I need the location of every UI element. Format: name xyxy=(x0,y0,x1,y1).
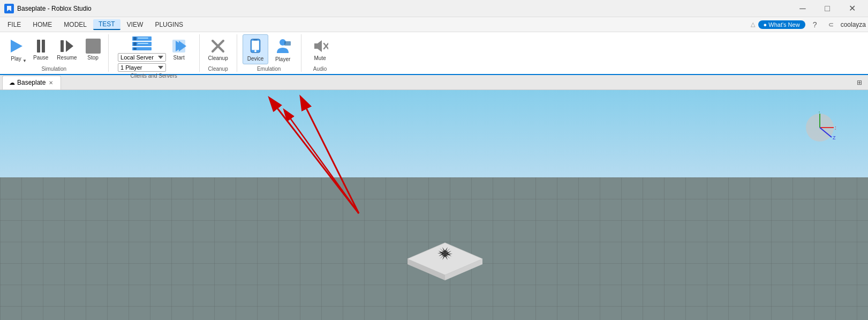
player-count-dropdown[interactable]: 1 Player 2 Players 3 Players 4 Players xyxy=(118,63,166,72)
stop-label: Stop xyxy=(87,55,99,61)
svg-point-20 xyxy=(254,50,256,52)
ribbon-section-cleanup: Cleanup Cleanup xyxy=(200,34,237,72)
bell-icon[interactable]: △ xyxy=(751,21,755,28)
player-icon xyxy=(274,37,292,55)
svg-text:Z: Z xyxy=(833,135,836,140)
player-label: Player xyxy=(275,56,290,62)
player-button[interactable]: Player xyxy=(270,34,295,64)
svg-rect-19 xyxy=(252,41,259,50)
menu-view[interactable]: VIEW xyxy=(122,20,149,29)
mute-icon xyxy=(312,38,328,54)
mute-button[interactable]: Mute xyxy=(309,34,331,64)
play-button[interactable]: Play ▼ xyxy=(4,34,28,64)
pause-icon xyxy=(33,39,48,54)
svg-marker-27 xyxy=(407,243,482,275)
menu-file[interactable]: FILE xyxy=(2,20,26,29)
maximize-button[interactable]: □ xyxy=(816,0,839,17)
title-bar: Baseplate - Roblox Studio ─ □ ✕ xyxy=(0,0,868,17)
baseplate-tab[interactable]: ☁ Baseplate ✕ xyxy=(2,76,61,90)
svg-marker-4 xyxy=(66,40,73,52)
svg-marker-2 xyxy=(11,40,22,53)
svg-rect-7 xyxy=(138,38,148,39)
share-button[interactable]: ⊂ xyxy=(825,18,837,31)
svg-rect-6 xyxy=(133,37,137,40)
axis-indicator: X Y Z xyxy=(804,111,836,144)
axis-svg: X Y Z xyxy=(804,111,836,144)
emulation-tools: Device Player xyxy=(243,34,295,65)
tab-cloud-icon: ☁ xyxy=(9,79,15,86)
tab-right-area: ⊞ xyxy=(853,76,866,89)
baseplate-object xyxy=(391,227,477,270)
svg-text:Y: Y xyxy=(818,111,821,114)
tab-close-button[interactable]: ✕ xyxy=(48,80,54,86)
cleanup-tools: Cleanup xyxy=(205,34,231,65)
stop-button[interactable]: Stop xyxy=(82,34,104,64)
whats-new-button[interactable]: ● What's New xyxy=(758,20,805,29)
start-button[interactable]: Start xyxy=(168,34,190,64)
ribbon-section-simulation: Play ▼ Pause Resume Stop xyxy=(0,34,109,72)
svg-rect-3 xyxy=(61,40,64,52)
svg-marker-24 xyxy=(314,40,322,52)
emulation-label: Emulation xyxy=(241,65,297,72)
audio-label: Audio xyxy=(306,65,335,72)
viewport[interactable]: X Y Z xyxy=(0,90,868,320)
menu-plugins[interactable]: PLUGINS xyxy=(149,20,188,29)
ribbon: Play ▼ Pause Resume Stop xyxy=(0,32,868,75)
menu-right: △ ● What's New ? ⊂ coolayza xyxy=(751,18,866,31)
clients-servers-tools: Local Server Standard Server 1 Player 2 … xyxy=(118,34,190,72)
ribbon-section-clients-servers: Local Server Standard Server 1 Player 2 … xyxy=(109,34,200,72)
tab-label: Baseplate xyxy=(17,79,46,86)
menu-home[interactable]: HOME xyxy=(27,20,57,29)
play-icon xyxy=(7,38,25,55)
baseplate-svg xyxy=(391,227,499,280)
menu-test[interactable]: TEST xyxy=(93,19,120,30)
resume-icon xyxy=(59,39,74,54)
app-title: Baseplate - Roblox Studio xyxy=(17,5,92,12)
svg-rect-21 xyxy=(253,40,258,40)
resume-label: Resume xyxy=(57,55,77,61)
audio-tools: Mute xyxy=(309,34,331,65)
close-button[interactable]: ✕ xyxy=(840,0,864,17)
ribbon-section-audio: Mute Audio xyxy=(301,34,339,72)
cleanup-label: Cleanup xyxy=(208,55,228,61)
server-icon-area: Local Server Standard Server 1 Player 2 … xyxy=(118,34,166,72)
svg-rect-12 xyxy=(133,48,137,50)
device-icon xyxy=(246,37,265,55)
svg-rect-10 xyxy=(138,43,148,44)
mute-label: Mute xyxy=(314,55,326,61)
play-chevron: ▼ xyxy=(22,58,27,63)
device-label: Device xyxy=(247,56,264,62)
clients-servers-label: Clients and Servers xyxy=(113,72,195,79)
svg-text:X: X xyxy=(835,125,836,131)
server-dropdowns: Local Server Standard Server 1 Player 2 … xyxy=(118,53,166,72)
cleanup-section-label: Cleanup xyxy=(204,65,232,72)
minimize-button[interactable]: ─ xyxy=(791,0,814,17)
server-icon xyxy=(131,35,153,51)
cleanup-button[interactable]: Cleanup xyxy=(205,34,231,64)
svg-rect-23 xyxy=(284,41,291,46)
svg-point-38 xyxy=(442,250,448,257)
app-logo xyxy=(4,4,14,13)
play-label: Play xyxy=(11,56,21,62)
menu-model[interactable]: MODEL xyxy=(58,20,92,29)
pause-label: Pause xyxy=(33,55,48,61)
local-server-dropdown[interactable]: Local Server Standard Server xyxy=(118,53,166,62)
start-icon xyxy=(171,39,186,54)
resume-button[interactable]: Resume xyxy=(54,34,80,64)
menu-bar: FILE HOME MODEL TEST VIEW PLUGINS △ ● Wh… xyxy=(0,17,868,32)
start-label: Start xyxy=(173,55,185,61)
svg-rect-9 xyxy=(133,42,137,46)
ribbon-section-emulation: Device Player Emulation xyxy=(237,34,301,72)
help-button[interactable]: ? xyxy=(809,18,821,31)
simulation-tools: Play ▼ Pause Resume Stop xyxy=(4,34,104,65)
viewport-settings-button[interactable]: ⊞ xyxy=(853,76,866,89)
cleanup-icon xyxy=(210,38,226,54)
title-left: Baseplate - Roblox Studio xyxy=(4,4,92,13)
device-button[interactable]: Device xyxy=(243,34,268,64)
username-label: coolayza xyxy=(841,21,866,28)
sky xyxy=(0,90,868,182)
pause-button[interactable]: Pause xyxy=(30,34,51,64)
title-controls: ─ □ ✕ xyxy=(791,0,864,17)
stop-icon xyxy=(86,39,101,54)
simulation-label: Simulation xyxy=(4,65,104,72)
